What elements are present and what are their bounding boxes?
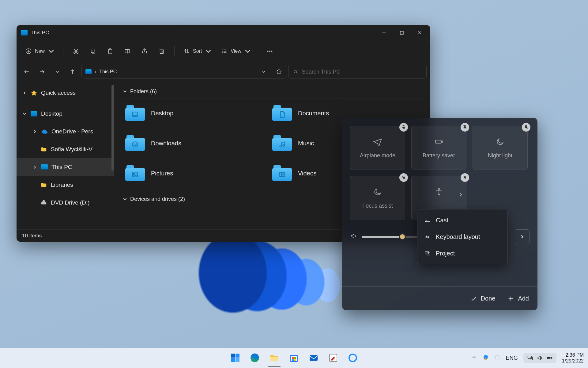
search-input[interactable] xyxy=(302,69,422,75)
sidebar-item-label: Libraries xyxy=(51,182,73,188)
folder-desktop[interactable]: Desktop xyxy=(125,102,260,124)
refresh-icon[interactable] xyxy=(276,69,282,75)
sidebar-item-desktop[interactable]: Desktop xyxy=(17,105,114,123)
speaker-icon[interactable] xyxy=(350,233,357,241)
section-label: Devices and drives (2) xyxy=(130,196,185,202)
sort-label: Sort xyxy=(193,48,202,54)
clock[interactable]: 2:36 PM 1/29/2022 xyxy=(562,352,584,364)
tile-battery-saver[interactable]: Battery saver xyxy=(411,126,466,170)
svg-rect-41 xyxy=(132,112,138,116)
taskbar-app-store[interactable] xyxy=(286,350,302,366)
sidebar-item-dvd-drive[interactable]: DVD Drive (D:) xyxy=(17,194,114,212)
taskbar-app-paint[interactable] xyxy=(325,350,341,366)
done-button[interactable]: Done xyxy=(470,295,496,302)
folder-icon xyxy=(40,182,47,188)
svg-marker-50 xyxy=(281,174,284,176)
add-label: Add xyxy=(518,295,529,302)
sidebar-item-onedrive[interactable]: OneDrive - Pers xyxy=(17,123,114,140)
sidebar-item-quick-access[interactable]: Quick access xyxy=(17,84,114,102)
sidebar-scrollbar[interactable] xyxy=(111,85,114,171)
chevron-right-icon[interactable] xyxy=(33,165,37,169)
this-pc-icon xyxy=(21,30,28,36)
menu-item-cast[interactable]: Cast xyxy=(420,212,505,228)
system-tray: ENG 2:36 PM 1/29/2022 xyxy=(471,352,588,364)
chevron-down-icon[interactable] xyxy=(262,70,266,74)
maximize-button[interactable] xyxy=(393,25,411,40)
section-label: Folders (6) xyxy=(130,88,157,95)
address-bar[interactable]: › This PC xyxy=(81,65,286,79)
chevron-right-icon[interactable] xyxy=(33,130,37,133)
paste-button[interactable] xyxy=(103,44,118,58)
sort-button[interactable]: Sort xyxy=(179,44,215,58)
chevron-right-icon[interactable] xyxy=(23,91,26,95)
svg-rect-79 xyxy=(294,359,296,361)
unpin-button[interactable] xyxy=(461,173,469,182)
menu-label: Cast xyxy=(436,217,448,224)
forward-button[interactable] xyxy=(36,65,48,78)
titlebar[interactable]: This PC xyxy=(17,25,430,40)
tile-airplane-mode[interactable]: Airplane mode xyxy=(350,126,405,170)
close-button[interactable] xyxy=(411,25,428,40)
chevron-down-icon[interactable] xyxy=(23,112,26,116)
unpin-button[interactable] xyxy=(399,123,408,132)
unpin-button[interactable] xyxy=(399,173,408,182)
unpin-button[interactable] xyxy=(461,123,469,132)
sidebar-item-user-folder[interactable]: Sofia Wyciślik-V xyxy=(17,140,114,158)
tile-night-light[interactable]: Night light xyxy=(473,126,528,170)
copy-button[interactable] xyxy=(85,44,101,58)
folder-pictures[interactable]: Pictures xyxy=(125,162,260,184)
svg-rect-71 xyxy=(231,358,235,362)
tile-focus-assist[interactable]: Focus assist xyxy=(350,176,405,220)
chevron-right-icon[interactable] xyxy=(459,193,463,198)
slider-thumb[interactable] xyxy=(399,233,406,240)
share-button[interactable] xyxy=(137,44,152,58)
history-button[interactable] xyxy=(51,65,64,78)
back-button[interactable] xyxy=(20,65,33,78)
folder-downloads[interactable]: Downloads xyxy=(125,132,260,154)
volume-icon xyxy=(537,355,543,361)
tray-overflow-button[interactable] xyxy=(471,354,477,362)
rename-button[interactable] xyxy=(120,44,135,58)
start-button[interactable] xyxy=(227,350,243,366)
taskbar-app-file-explorer[interactable] xyxy=(266,350,282,366)
view-button[interactable]: View xyxy=(217,44,254,58)
svg-rect-12 xyxy=(91,49,94,52)
volume-output-button[interactable] xyxy=(515,229,530,244)
sidebar-item-this-pc[interactable]: This PC xyxy=(17,158,114,176)
chevron-down-icon[interactable] xyxy=(123,197,127,201)
taskbar-center xyxy=(227,350,361,366)
more-button[interactable] xyxy=(262,44,277,58)
taskbar-app-edge[interactable] xyxy=(247,350,263,366)
menu-item-project[interactable]: Project xyxy=(420,245,505,262)
chevron-down-icon[interactable] xyxy=(123,89,127,94)
folder-label: Pictures xyxy=(151,170,173,177)
menu-item-keyboard-layout[interactable]: Keyboard layout xyxy=(420,228,505,245)
network-icon xyxy=(527,355,533,361)
delete-button[interactable] xyxy=(154,44,169,58)
cut-button[interactable] xyxy=(68,44,84,58)
language-indicator[interactable]: ENG xyxy=(506,355,518,361)
add-button[interactable]: Add xyxy=(507,295,529,302)
taskbar-app-mail[interactable] xyxy=(306,350,322,366)
unpin-button[interactable] xyxy=(522,123,530,132)
breadcrumb-current[interactable]: This PC xyxy=(99,69,117,75)
svg-rect-56 xyxy=(442,141,443,142)
taskbar[interactable]: ENG 2:36 PM 1/29/2022 xyxy=(0,348,588,368)
sidebar-item-label: Sofia Wyciślik-V xyxy=(51,146,92,153)
sidebar-item-libraries[interactable]: Libraries xyxy=(17,176,114,194)
search-box[interactable] xyxy=(288,65,427,79)
new-label: New xyxy=(35,48,45,54)
folders-section-header[interactable]: Folders (6) xyxy=(123,85,424,98)
up-button[interactable] xyxy=(66,65,79,78)
quick-settings-button[interactable] xyxy=(523,353,556,363)
weather-icon[interactable] xyxy=(494,354,500,362)
view-label: View xyxy=(231,48,241,54)
taskbar-app-cortana[interactable] xyxy=(345,350,361,366)
new-button[interactable]: New xyxy=(21,44,58,58)
security-icon[interactable] xyxy=(483,354,489,362)
svg-point-31 xyxy=(269,51,270,52)
battery-icon xyxy=(547,355,553,361)
sidebar-item-label: Desktop xyxy=(41,110,62,117)
minimize-button[interactable] xyxy=(375,25,393,40)
separator xyxy=(123,98,424,98)
